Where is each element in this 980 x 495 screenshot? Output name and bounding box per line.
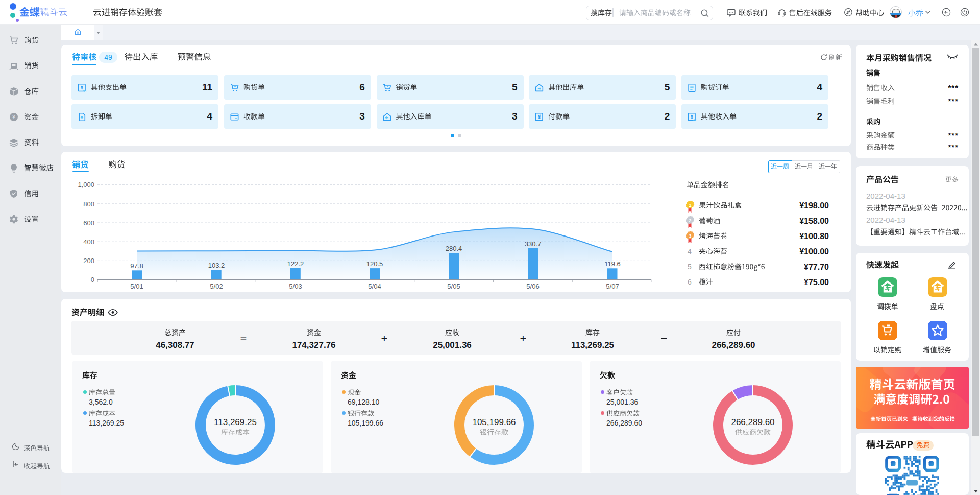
svg-text:3: 3 <box>689 233 691 239</box>
svg-text:2: 2 <box>689 218 691 223</box>
svg-text:1: 1 <box>689 202 692 208</box>
svg-text:¥: ¥ <box>12 114 16 120</box>
